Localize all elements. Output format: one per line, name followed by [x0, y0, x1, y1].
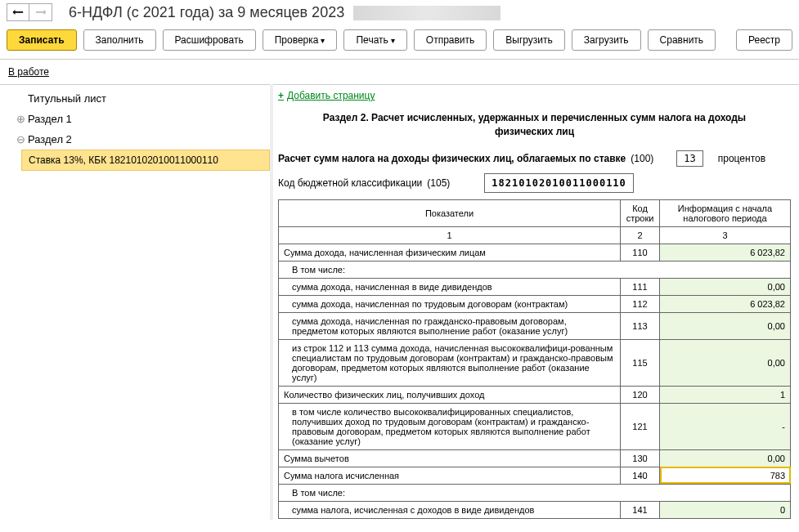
- rate-line: Расчет сумм налога на доходы физических …: [278, 150, 791, 167]
- decipher-button[interactable]: Расшифровать: [163, 29, 256, 51]
- table-header-row: Показатели Код строки Информация с начал…: [279, 199, 791, 226]
- sidebar-item-label: Раздел 1: [28, 113, 72, 125]
- table-body: Сумма дохода, начисленная физическим лиц…: [279, 244, 791, 518]
- data-table: Показатели Код строки Информация с начал…: [278, 199, 791, 519]
- nav-forward-button[interactable]: 🠖: [29, 3, 52, 21]
- kbk-line: Код бюджетной классификации (105) 182101…: [278, 173, 791, 193]
- row-label: Сумма вычетов: [279, 449, 621, 467]
- sidebar-item-label: Раздел 2: [28, 133, 72, 145]
- check-button[interactable]: Проверка▾: [263, 29, 338, 51]
- row-code: 115: [621, 339, 660, 386]
- row-label: сумма дохода, начисленная в виде дивиден…: [279, 278, 621, 295]
- sub-1: 1: [279, 226, 621, 244]
- add-page-link[interactable]: + Добавить страницу: [278, 90, 791, 101]
- export-button[interactable]: Выгрузить: [493, 29, 565, 51]
- row-label: сумма дохода, начисленная по гражданско-…: [279, 312, 621, 339]
- chevron-down-icon: ▾: [321, 36, 325, 45]
- row-label: Сумма дохода, начисленная физическим лиц…: [279, 244, 621, 261]
- row-label: Количество физических лиц, получивших до…: [279, 386, 621, 403]
- sidebar-item-label: Титульный лист: [28, 92, 106, 105]
- row-label: В том числе:: [279, 484, 791, 501]
- register-button[interactable]: Реестр: [736, 29, 792, 51]
- expander-minus-icon[interactable]: ⊖: [16, 133, 28, 145]
- row-value[interactable]: 1: [660, 386, 791, 403]
- check-label: Проверка: [275, 34, 319, 46]
- sub-2: 2: [621, 226, 660, 244]
- main-panel: + Добавить страницу Раздел 2. Расчет исч…: [273, 84, 799, 520]
- table-row: В том числе:: [279, 484, 791, 501]
- row-value[interactable]: 0,00: [660, 449, 791, 467]
- import-button[interactable]: Загрузить: [572, 29, 641, 51]
- table-row: В том числе:: [279, 261, 791, 278]
- sidebar: Титульный лист ⊕ Раздел 1 ⊖ Раздел 2 Ста…: [0, 84, 270, 520]
- row-code: 113: [621, 312, 660, 339]
- rate-field[interactable]: 13: [676, 150, 702, 167]
- section-title: Раздел 2. Расчет исчисленных, удержанных…: [306, 111, 764, 139]
- row-label: В том числе:: [279, 261, 791, 278]
- table-row: Сумма налога исчисленная140783: [279, 467, 791, 484]
- row-code: 112: [621, 295, 660, 312]
- nav-back-button[interactable]: 🠔: [7, 3, 29, 21]
- col-code: Код строки: [621, 199, 660, 226]
- row-value[interactable]: 6 023,82: [660, 244, 791, 261]
- print-button[interactable]: Печать▾: [343, 29, 406, 51]
- row-code: 140: [621, 467, 660, 484]
- write-button[interactable]: Записать: [7, 29, 77, 51]
- row-label: в том числе количество высококвалифициро…: [279, 403, 621, 449]
- rate-label: Расчет сумм налога на доходы физических …: [278, 153, 626, 164]
- row-label: сумма дохода, начисленная по трудовым до…: [279, 295, 621, 312]
- content: Титульный лист ⊕ Раздел 1 ⊖ Раздел 2 Ста…: [0, 84, 799, 520]
- row-value[interactable]: 0: [660, 501, 791, 518]
- table-row: Сумма вычетов1300,00: [279, 449, 791, 467]
- table-row: в том числе количество высококвалифициро…: [279, 403, 791, 449]
- add-page-label: Добавить страницу: [287, 90, 375, 101]
- row-label: из строк 112 и 113 сумма дохода, начисле…: [279, 339, 621, 386]
- row-value[interactable]: 6 023,82: [660, 295, 791, 312]
- row-value[interactable]: 0,00: [660, 278, 791, 295]
- kbk-field[interactable]: 18210102010011000110: [484, 173, 634, 193]
- col-value: Информация с начала налогового периода: [660, 199, 791, 226]
- toolbar: Записать Заполнить Расшифровать Проверка…: [0, 25, 799, 60]
- compare-button[interactable]: Сравнить: [648, 29, 716, 51]
- rate-code: (100): [631, 153, 653, 164]
- row-value[interactable]: 0,00: [660, 339, 791, 386]
- table-row: сумма дохода, начисленная по трудовым до…: [279, 295, 791, 312]
- row-value[interactable]: 0,00: [660, 312, 791, 339]
- col-indicators: Показатели: [279, 199, 621, 226]
- row-code: 110: [621, 244, 660, 261]
- sidebar-child-rate[interactable]: Ставка 13%, КБК 18210102010011000110: [21, 150, 270, 171]
- print-label: Печать: [356, 34, 388, 46]
- title-label: 6-НДФЛ (с 2021 года) за 9 месяцев 2023: [69, 4, 344, 20]
- status-link[interactable]: В работе: [8, 66, 49, 78]
- plus-icon: +: [278, 90, 284, 101]
- kbk-code: (105): [427, 177, 450, 189]
- row-code: 130: [621, 449, 660, 467]
- row-label: Сумма налога исчисленная: [279, 467, 621, 484]
- row-code: 111: [621, 278, 660, 295]
- expander-plus-icon[interactable]: ⊕: [16, 113, 28, 125]
- kbk-label: Код бюджетной классификации: [278, 177, 422, 189]
- page-title: 6-НДФЛ (с 2021 года) за 9 месяцев 2023: [69, 4, 500, 21]
- send-button[interactable]: Отправить: [414, 29, 487, 51]
- sidebar-item-title-page[interactable]: Титульный лист: [0, 88, 270, 109]
- row-code: 141: [621, 501, 660, 518]
- fill-button[interactable]: Заполнить: [83, 29, 156, 51]
- title-blur: [353, 6, 500, 20]
- table-row: Количество физических лиц, получивших до…: [279, 386, 791, 403]
- row-value[interactable]: 783: [660, 467, 791, 484]
- sidebar-item-section2[interactable]: ⊖ Раздел 2: [0, 129, 270, 150]
- sub-3: 3: [660, 226, 791, 244]
- row-label: сумма налога, исчисленная с доходов в ви…: [279, 501, 621, 518]
- row-code: 120: [621, 386, 660, 403]
- table-row: сумма дохода, начисленная в виде дивиден…: [279, 278, 791, 295]
- table-row: сумма налога, исчисленная с доходов в ви…: [279, 501, 791, 518]
- table-row: из строк 112 и 113 сумма дохода, начисле…: [279, 339, 791, 386]
- rate-suffix: процентов: [718, 153, 765, 164]
- sidebar-item-section1[interactable]: ⊕ Раздел 1: [0, 109, 270, 129]
- row-value[interactable]: -: [660, 403, 791, 449]
- table-row: сумма дохода, начисленная по гражданско-…: [279, 312, 791, 339]
- titlebar: 🠔 🠖 6-НДФЛ (с 2021 года) за 9 месяцев 20…: [0, 0, 799, 25]
- row-code: 121: [621, 403, 660, 449]
- table-subheader-row: 1 2 3: [279, 226, 791, 244]
- table-row: Сумма дохода, начисленная физическим лиц…: [279, 244, 791, 261]
